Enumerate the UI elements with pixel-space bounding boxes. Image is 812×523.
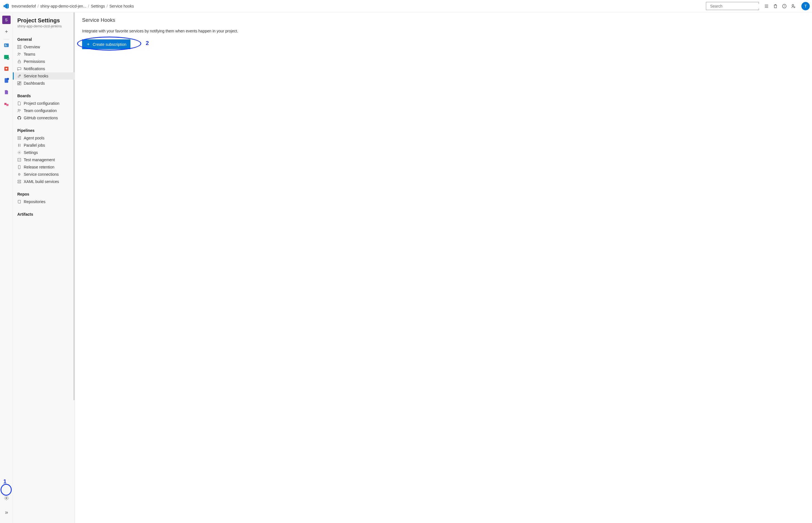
nav-label: Service hooks: [24, 74, 48, 78]
section-header-artifacts: Artifacts: [13, 211, 75, 218]
nav-overview[interactable]: Overview: [13, 43, 75, 51]
breadcrumb-settings[interactable]: Settings: [91, 4, 105, 8]
nav-release-retention[interactable]: Release retention: [13, 163, 75, 171]
nav-service-connections[interactable]: Service connections: [13, 171, 75, 178]
nav-pipeline-settings[interactable]: Settings: [13, 149, 75, 156]
nav-teams[interactable]: Teams: [13, 51, 75, 58]
nav-label: Notifications: [24, 67, 45, 71]
nav-github-connections[interactable]: GitHub connections: [13, 114, 75, 122]
server-icon: [17, 180, 21, 183]
user-settings-icon[interactable]: [791, 4, 796, 9]
svg-rect-19: [18, 48, 19, 49]
section-header-general: General: [13, 36, 75, 43]
svg-rect-38: [18, 182, 21, 183]
pipelines-rail-icon[interactable]: [2, 65, 11, 73]
nav-label: Repositories: [24, 199, 45, 204]
testplans-rail-icon[interactable]: [2, 76, 11, 85]
message-icon: [17, 67, 21, 71]
nav-parallel-jobs[interactable]: Parallel jobs: [13, 142, 75, 149]
svg-rect-29: [18, 84, 19, 85]
svg-rect-6: [4, 43, 9, 47]
svg-point-31: [20, 110, 21, 111]
nav-dashboards[interactable]: Dashboards: [13, 79, 75, 87]
boards-icon[interactable]: [2, 41, 11, 50]
left-nav-rail: S 1: [0, 12, 13, 523]
packages-rail-icon[interactable]: [2, 100, 11, 108]
test-icon: [17, 158, 21, 162]
svg-point-34: [19, 152, 20, 153]
svg-rect-20: [20, 48, 21, 49]
breadcrumb-separator: /: [107, 4, 108, 8]
breadcrumb-org[interactable]: trevornederlof: [12, 4, 36, 8]
nav-label: Parallel jobs: [24, 143, 45, 147]
github-icon: [17, 116, 21, 120]
rocket-icon: [17, 74, 21, 78]
artifacts-rail-icon[interactable]: [2, 88, 11, 96]
create-subscription-label: Create subscription: [93, 42, 127, 47]
lock-icon: [17, 59, 21, 64]
repos-rail-icon[interactable]: [2, 53, 11, 61]
svg-point-4: [792, 4, 794, 6]
search-input[interactable]: [710, 4, 759, 8]
svg-rect-23: [18, 61, 21, 63]
book-icon: [17, 200, 21, 204]
shopping-bag-icon[interactable]: [773, 4, 778, 9]
nav-label: Settings: [24, 150, 38, 155]
people-icon: [17, 109, 21, 113]
create-subscription-button[interactable]: ＋ Create subscription: [82, 39, 130, 49]
nav-label: Permissions: [24, 59, 45, 64]
svg-point-16: [5, 498, 7, 499]
page-description: Integrate with your favorite services by…: [82, 29, 805, 33]
help-icon[interactable]: ?: [782, 4, 787, 9]
svg-point-10: [6, 57, 9, 60]
nav-label: Project configuration: [24, 101, 59, 106]
main-content: Service Hooks Integrate with your favori…: [75, 12, 812, 523]
nav-label: Team configuration: [24, 108, 57, 113]
breadcrumb-separator: /: [88, 4, 89, 8]
project-settings-gear-icon[interactable]: [2, 494, 11, 502]
svg-rect-27: [20, 82, 21, 83]
breadcrumb-servicehooks[interactable]: Service hooks: [110, 4, 134, 8]
nav-test-management[interactable]: Test management: [13, 156, 75, 163]
nav-agent-pools[interactable]: Agent pools: [13, 134, 75, 142]
nav-label: Agent pools: [24, 136, 44, 140]
nav-team-config[interactable]: Team configuration: [13, 107, 75, 114]
nav-project-config[interactable]: Project configuration: [13, 100, 75, 107]
nav-service-hooks[interactable]: Service hooks: [13, 72, 75, 79]
top-icon-group: ? T: [764, 2, 810, 10]
avatar[interactable]: T: [801, 2, 810, 10]
nav-permissions[interactable]: Permissions: [13, 58, 75, 65]
parallel-icon: [17, 143, 21, 147]
project-tile-icon[interactable]: S: [2, 16, 11, 24]
add-icon[interactable]: [2, 28, 11, 36]
svg-rect-33: [18, 139, 21, 140]
gear-icon: [17, 150, 21, 155]
svg-rect-26: [18, 82, 19, 84]
nav-label: Test management: [24, 158, 55, 162]
svg-rect-32: [18, 137, 21, 138]
nav-repositories[interactable]: Repositories: [13, 198, 75, 205]
section-header-repos: Repos: [13, 191, 75, 198]
nav-label: Overview: [24, 45, 40, 49]
svg-point-13: [7, 78, 9, 80]
svg-point-25: [19, 75, 20, 76]
search-box[interactable]: [706, 2, 759, 10]
nav-xaml-build[interactable]: XAML build services: [13, 178, 75, 185]
plus-icon: ＋: [86, 41, 91, 47]
azure-devops-logo-icon[interactable]: [2, 2, 10, 10]
annotation-label-2: 2: [146, 40, 149, 47]
svg-rect-35: [18, 158, 21, 161]
svg-point-30: [18, 109, 19, 110]
list-icon[interactable]: [764, 4, 769, 9]
server-icon: [17, 136, 21, 140]
svg-rect-24: [18, 68, 21, 70]
svg-rect-18: [20, 45, 21, 47]
nav-label: Dashboards: [24, 81, 45, 86]
section-header-boards: Boards: [13, 92, 75, 100]
svg-rect-8: [5, 46, 7, 46]
breadcrumb-separator: /: [37, 4, 39, 8]
expand-rail-icon[interactable]: [2, 508, 11, 517]
svg-point-22: [20, 53, 21, 54]
breadcrumb-project[interactable]: shiny-app-demo-cicd-jen...: [40, 4, 86, 8]
nav-notifications[interactable]: Notifications: [13, 65, 75, 72]
